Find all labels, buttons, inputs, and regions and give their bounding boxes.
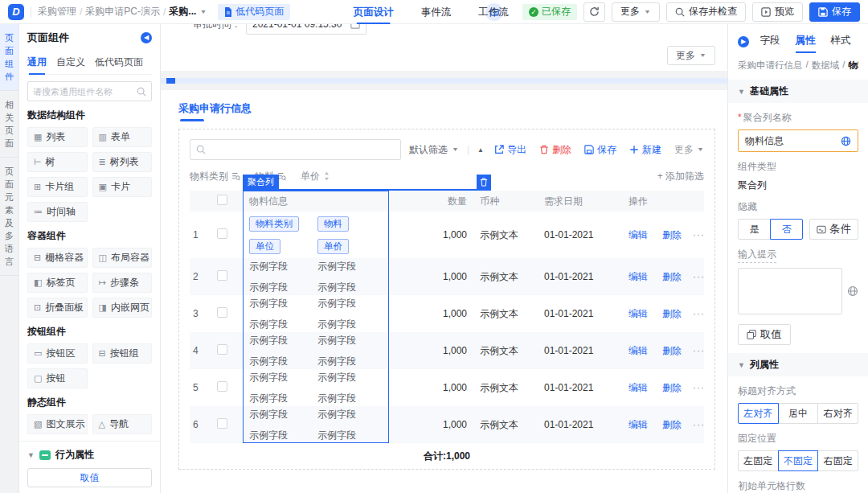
row-checkbox[interactable] (217, 307, 227, 318)
component-item[interactable]: ⊡折叠面板 (27, 298, 88, 318)
row-action-button[interactable]: 编辑 (628, 270, 648, 284)
hidden-option-button[interactable]: 是 (738, 219, 771, 240)
component-item[interactable]: ⊟栅格容器 (27, 248, 88, 268)
row-checkbox[interactable] (217, 228, 227, 239)
topbar-tab[interactable]: 工作流 (478, 0, 509, 24)
property-panel-tab[interactable]: 属性 (794, 31, 817, 53)
save-and-check-button[interactable]: 保存并检查 (666, 2, 746, 22)
breadcrumb-item[interactable]: 物料信息 (848, 60, 858, 72)
component-item[interactable]: ↦步骤条 (92, 273, 153, 293)
column-header[interactable]: 数量 (429, 195, 473, 208)
breadcrumb-item[interactable]: 采购申请PC-演示 (85, 5, 160, 18)
component-item[interactable]: ▥表单 (92, 127, 153, 147)
get-value-button[interactable]: 取值 (738, 324, 791, 345)
component-panel-tab[interactable]: 通用 (27, 51, 47, 74)
row-action-button[interactable]: 删除 (662, 344, 682, 358)
globe-icon[interactable] (847, 286, 858, 297)
row-action-button[interactable]: 删除 (662, 270, 682, 284)
app-logo-icon[interactable]: D (8, 4, 24, 20)
fixed-option-button[interactable]: 左固定 (738, 450, 779, 471)
field-chip[interactable]: 物料 (317, 216, 349, 232)
component-search-input[interactable] (33, 87, 133, 97)
globe-icon[interactable] (841, 136, 851, 146)
property-panel-tab[interactable]: 字段 (759, 31, 782, 53)
collapse-panel-icon[interactable]: ◀ (141, 32, 152, 43)
field-chip[interactable]: 单价 (317, 239, 349, 254)
row-more-button[interactable]: ··· (686, 229, 704, 240)
rail-tab[interactable]: 相关页面 (0, 91, 18, 158)
component-item[interactable]: ▢按钮 (27, 368, 88, 388)
rail-tab[interactable]: 页面元素及多语言 (0, 158, 18, 276)
breadcrumb-item[interactable]: 采购申请行信息 (738, 60, 803, 72)
table-action-button[interactable]: 保存 (584, 143, 616, 157)
section-basic-properties[interactable]: ▼基础属性 (728, 80, 868, 103)
component-item[interactable]: △导航 (92, 414, 153, 434)
align-option-button[interactable]: 左对齐 (738, 403, 779, 424)
align-option-button[interactable]: 右对齐 (817, 403, 858, 424)
field-chip[interactable]: 单位 (249, 239, 280, 254)
component-item[interactable]: ⊟按钮组 (92, 343, 153, 364)
collapse-panel-icon[interactable]: ▶ (738, 36, 749, 47)
rail-tab[interactable]: 页面组件 (0, 24, 18, 91)
row-action-button[interactable]: 编辑 (628, 307, 648, 321)
card-more-button[interactable]: 更多▼ (667, 46, 715, 65)
hint-textarea[interactable] (738, 268, 842, 314)
column-header[interactable]: 币种 (473, 195, 538, 208)
row-action-button[interactable]: 编辑 (628, 228, 648, 242)
property-panel-tab[interactable]: 样式 (829, 31, 853, 53)
table-action-button[interactable]: 导出 (494, 143, 526, 157)
table-action-button[interactable]: 删除 (539, 143, 571, 157)
datetime-field[interactable]: 2021-01-01 09:15:30 (246, 24, 366, 35)
topbar-tab[interactable]: 页面设计 (354, 0, 394, 24)
component-item[interactable]: ▧图文展示 (27, 414, 88, 434)
filter-chip[interactable]: 物料类别 (190, 170, 240, 183)
component-item[interactable]: ◨内嵌网页 (92, 298, 153, 318)
chevron-down-icon[interactable]: ▼ (199, 9, 207, 15)
row-checkbox[interactable] (217, 270, 227, 281)
agg-name-input[interactable]: 物料信息 (738, 129, 858, 152)
behavior-button[interactable]: 取值 (27, 468, 152, 487)
row-action-button[interactable]: 删除 (662, 381, 682, 395)
component-item[interactable]: ◫布局容器 (92, 248, 153, 268)
add-filter-button[interactable]: + 添加筛选 (657, 170, 704, 183)
column-header[interactable]: 需求日期 (538, 195, 622, 208)
topbar-tab[interactable]: 事件流 (421, 0, 452, 24)
align-option-button[interactable]: 居中 (778, 403, 819, 424)
component-item[interactable]: ⊢树 (27, 152, 88, 172)
row-more-button[interactable]: ··· (686, 382, 704, 393)
row-action-button[interactable]: 编辑 (628, 344, 648, 358)
row-checkbox[interactable] (217, 418, 227, 429)
component-item[interactable]: ▭按钮区 (27, 343, 88, 364)
collapse-toolbar-icon[interactable]: ▲ (477, 146, 484, 154)
component-panel-tab[interactable]: 自定义 (56, 51, 85, 74)
hidden-option-button[interactable]: 否 (770, 219, 803, 240)
breadcrumb-current[interactable]: 采购... (169, 5, 196, 18)
component-item[interactable]: ≣树列表 (92, 152, 153, 172)
chevron-down-icon[interactable]: ▼ (27, 451, 35, 459)
breadcrumb-item[interactable]: 采购管理 (38, 5, 76, 18)
component-item[interactable]: ▣卡片 (92, 177, 153, 197)
row-more-button[interactable]: ··· (686, 308, 704, 319)
field-chip[interactable]: 物料类别 (249, 216, 299, 232)
component-panel-tab[interactable]: 低代码页面 (95, 51, 143, 74)
section-column-properties[interactable]: ▼列属性 (728, 353, 868, 376)
delete-column-button[interactable] (477, 175, 491, 189)
table-action-button[interactable]: 新建 (629, 143, 661, 157)
row-more-button[interactable]: ··· (686, 345, 704, 356)
condition-button[interactable]: 条件 (809, 219, 858, 240)
component-item[interactable]: ▦列表 (27, 127, 88, 147)
insert-handle[interactable] (166, 78, 175, 84)
table-action-button[interactable]: 更多▼ (674, 143, 704, 157)
row-more-button[interactable]: ··· (686, 419, 704, 430)
component-item[interactable]: ◧标签页 (27, 273, 88, 293)
fixed-option-button[interactable]: 不固定 (778, 450, 819, 471)
refresh-button[interactable] (583, 2, 605, 22)
row-action-button[interactable]: 编辑 (628, 418, 648, 432)
row-checkbox[interactable] (217, 344, 227, 355)
row-action-button[interactable]: 删除 (662, 307, 682, 321)
row-more-button[interactable]: ··· (686, 271, 704, 282)
row-action-button[interactable]: 编辑 (628, 381, 648, 395)
fixed-option-button[interactable]: 右固定 (817, 450, 858, 471)
default-filter-dropdown[interactable]: 默认筛选▼ (409, 143, 459, 157)
more-button[interactable]: 更多▼ (612, 2, 660, 22)
